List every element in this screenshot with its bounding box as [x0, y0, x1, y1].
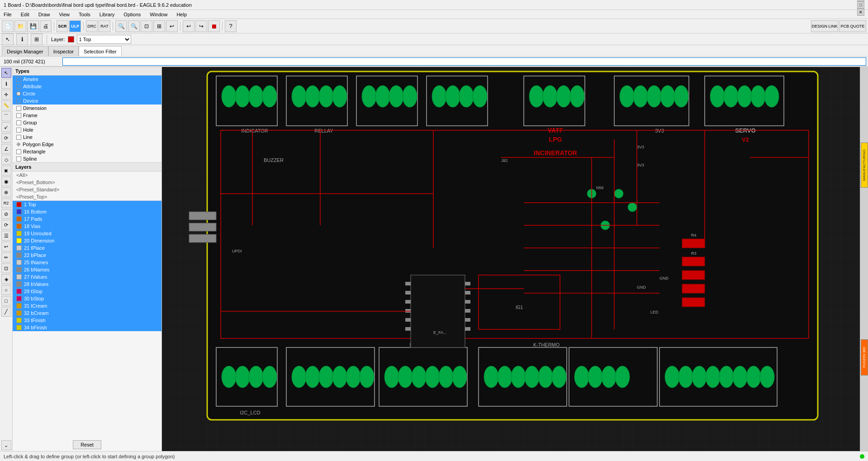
tool-pcb-quote[interactable]: PCB QUOTE [839, 20, 866, 32]
tool-zoom-last[interactable]: ↩ [166, 20, 178, 32]
pcb-canvas[interactable]: INDICATOR RELLAY VATF LPG INCINERATOR 3V… [162, 67, 860, 451]
tool-drc[interactable]: DRC [86, 20, 98, 32]
tool-circle2[interactable]: ○ [1, 285, 11, 295]
manufacturing-button[interactable]: MANUFACTURING [861, 143, 868, 188]
type-spline[interactable]: Spline [13, 155, 161, 162]
tool-arc[interactable]: ⌒ [1, 111, 11, 121]
type-spline-checkbox[interactable] [16, 157, 21, 162]
tool-erase[interactable]: ✏ [1, 252, 11, 262]
type-line-checkbox[interactable] [16, 135, 21, 140]
type-circle[interactable]: Circle [13, 90, 161, 97]
tool-copy[interactable]: ⊡ [1, 263, 11, 273]
tool-print[interactable]: 🖨 [40, 20, 52, 32]
fusion360-button[interactable]: FUSION 360 [861, 339, 868, 375]
type-attribute[interactable]: Attribute [13, 83, 161, 90]
tab-inspector[interactable]: Inspector [48, 46, 79, 56]
type-dimension-checkbox[interactable] [16, 106, 21, 111]
maximize-button[interactable]: □ [857, 1, 864, 9]
type-rectangle-checkbox[interactable] [16, 149, 21, 154]
layer-preset-all[interactable]: <All> [13, 171, 161, 179]
tool-help[interactable]: ? [225, 20, 237, 32]
tool-script[interactable]: SCR [57, 20, 68, 32]
type-device-checkbox[interactable] [16, 99, 21, 104]
layer-26-bnames[interactable]: 26 bNames [13, 266, 161, 273]
layer-19-unrouted[interactable]: 19 Unrouted [13, 230, 161, 237]
type-dimension[interactable]: Dimension [13, 105, 161, 112]
type-line[interactable]: Line [13, 133, 161, 141]
command-input[interactable] [62, 57, 866, 66]
layer-33-tfinish[interactable]: 33 tFinish [13, 317, 161, 324]
tool-select[interactable]: ↖ [1, 68, 11, 78]
layer-dropdown[interactable]: 1 Top 16 Bottom 17 Pads 18 Vias [77, 35, 131, 44]
menu-edit[interactable]: Edit [19, 12, 31, 17]
type-device[interactable]: Device [13, 97, 161, 105]
layer-18-vias[interactable]: 18 Vias [13, 223, 161, 230]
menu-view[interactable]: View [57, 12, 71, 17]
tool-component[interactable]: ▣ [1, 166, 11, 176]
tool-zoom-fit[interactable]: ⊡ [141, 20, 152, 32]
type-frame[interactable]: Frame [13, 112, 161, 119]
tool-route[interactable]: ⟳ [1, 133, 11, 143]
menu-options[interactable]: Options [122, 12, 142, 17]
reset-button[interactable]: Reset [73, 440, 101, 449]
tool-pad[interactable]: ◉ [1, 176, 11, 186]
tool-autoroute[interactable]: ⟳ [1, 220, 11, 230]
layer-30-bstop[interactable]: 30 bStop [13, 295, 161, 302]
tool-paste[interactable]: ◈ [1, 274, 11, 284]
tool-info2[interactable]: ℹ [1, 79, 11, 89]
tool-stop[interactable]: ⏹ [208, 20, 220, 32]
tool-line2[interactable]: ╱ [1, 307, 11, 317]
tool-drc2[interactable]: ⊘ [1, 209, 11, 219]
tool-align[interactable]: ☰ [1, 231, 11, 241]
layer-17-pads[interactable]: 17 Pads [13, 215, 161, 223]
menu-window[interactable]: Window [148, 12, 169, 17]
tool-redo[interactable]: ↪ [195, 20, 207, 32]
layer-34-bfinish[interactable]: 34 bFinish [13, 324, 161, 331]
tool-save[interactable]: 💾 [27, 20, 39, 32]
tool-zoom-plus[interactable]: 🔍 [128, 20, 140, 32]
menu-tools[interactable]: Tools [77, 12, 92, 17]
tool-design-link[interactable]: DESIGN LINK [811, 20, 838, 32]
layer-preset-top[interactable]: <Preset_Top> [13, 193, 161, 200]
menu-library[interactable]: Library [98, 12, 117, 17]
tool-undo[interactable]: ↩ [183, 20, 194, 32]
type-airwire[interactable]: Airwire [13, 76, 161, 83]
tool-measure[interactable]: 📏 [1, 100, 11, 110]
menu-file[interactable]: File [2, 12, 14, 17]
tool-via[interactable]: ⊕ [1, 187, 11, 197]
layer-27-tvalues[interactable]: 27 tValues [13, 273, 161, 280]
menu-draw[interactable]: Draw [37, 12, 52, 17]
tool-wire[interactable]: ∠ [1, 144, 11, 154]
layer-preset-standard[interactable]: <Preset_Standard> [13, 186, 161, 193]
layer-tool-arrow[interactable]: ↖ [2, 33, 14, 45]
tool-rect2[interactable]: □ [1, 296, 11, 306]
type-polygon-edge[interactable]: Polygon Edge [13, 141, 161, 148]
type-frame-checkbox[interactable] [16, 113, 21, 118]
layer-25-tnames[interactable]: 25 tNames [13, 259, 161, 266]
tab-selection-filter[interactable]: Selection Filter [79, 46, 122, 56]
tool-ratsnest[interactable]: R2 [1, 198, 11, 208]
layer-20-dimension[interactable]: 20 Dimension [13, 237, 161, 244]
type-attribute-checkbox[interactable] [16, 84, 21, 89]
tool-scroll-down[interactable]: ⌄ [1, 440, 11, 450]
menu-help[interactable]: Help [175, 12, 189, 17]
tool-new[interactable]: 📄 [2, 20, 14, 32]
tool-text[interactable]: ↙ [1, 122, 11, 132]
layer-16-bottom[interactable]: 16 Bottom [13, 208, 161, 215]
tool-ripup[interactable]: ↩ [1, 242, 11, 252]
tool-move[interactable]: ✛ [1, 90, 11, 100]
layer-preset-bottom[interactable]: <Preset_Bottom> [13, 179, 161, 186]
layer-1-top[interactable]: 1 Top [13, 201, 161, 208]
type-hole-checkbox[interactable] [16, 128, 21, 133]
layer-22-bplace[interactable]: 22 bPlace [13, 252, 161, 259]
type-rectangle[interactable]: Rectangle [13, 148, 161, 155]
tool-zoom-minus[interactable]: 🔍 [115, 20, 127, 32]
tab-design-manager[interactable]: Design Manager [2, 46, 48, 56]
layer-31-tcream[interactable]: 31 tCream [13, 302, 161, 309]
tool-open[interactable]: 📁 [14, 20, 26, 32]
layer-32-bcream[interactable]: 32 bCream [13, 309, 161, 317]
tool-run[interactable]: ULP [69, 20, 81, 32]
tool-rat[interactable]: RAT [99, 20, 110, 32]
tool-zoom-select[interactable]: ⊞ [153, 20, 165, 32]
type-hole[interactable]: Hole [13, 126, 161, 133]
